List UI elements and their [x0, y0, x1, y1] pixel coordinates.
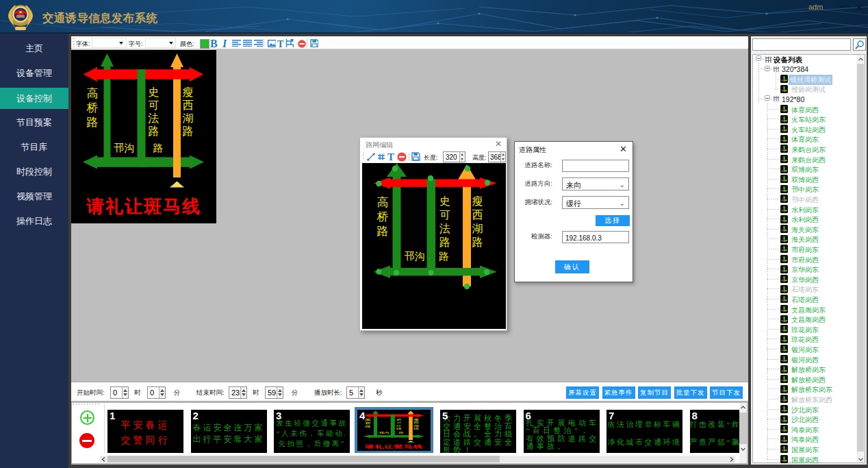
svg-text:西: 西: [183, 99, 194, 111]
svg-text:可: 可: [149, 99, 159, 111]
svg-text:路: 路: [377, 225, 389, 238]
svg-text:瘦: 瘦: [413, 418, 419, 421]
svg-text:可: 可: [439, 209, 450, 221]
svg-text:湖: 湖: [472, 223, 483, 234]
svg-text:路: 路: [398, 432, 404, 434]
svg-text:桥: 桥: [377, 210, 389, 223]
svg-text:史: 史: [149, 86, 159, 98]
svg-text:路: 路: [365, 426, 371, 428]
svg-text:瘦: 瘦: [472, 195, 483, 207]
svg-text:邗沟: 邗沟: [405, 251, 425, 262]
svg-text:高: 高: [377, 196, 389, 209]
svg-text:瘦: 瘦: [183, 86, 194, 98]
svg-text:路: 路: [413, 428, 420, 430]
svg-text:邗沟: 邗沟: [114, 143, 134, 153]
svg-text:请礼让斑马线: 请礼让斑马线: [364, 445, 423, 449]
svg-text:高: 高: [365, 419, 371, 421]
svg-text:路: 路: [472, 236, 483, 248]
svg-text:西: 西: [472, 209, 483, 221]
svg-text:西: 西: [413, 421, 420, 425]
svg-text:法: 法: [439, 223, 450, 234]
svg-text:史: 史: [439, 195, 450, 207]
svg-text:史: 史: [396, 418, 403, 421]
svg-text:路: 路: [149, 125, 159, 137]
svg-text:可: 可: [396, 421, 402, 424]
svg-text:桥: 桥: [364, 422, 371, 425]
svg-text:路: 路: [183, 125, 194, 137]
svg-text:邗沟: 邗沟: [379, 432, 389, 434]
svg-text:路: 路: [439, 236, 450, 248]
svg-text:湖: 湖: [413, 424, 419, 427]
svg-text:湖: 湖: [183, 112, 194, 124]
svg-text:路: 路: [396, 428, 403, 430]
svg-text:请礼让斑马线: 请礼让斑马线: [86, 197, 201, 217]
svg-text:路: 路: [439, 251, 449, 262]
svg-text:法: 法: [396, 424, 402, 428]
svg-text:路: 路: [153, 143, 164, 153]
svg-text:法: 法: [149, 112, 159, 124]
